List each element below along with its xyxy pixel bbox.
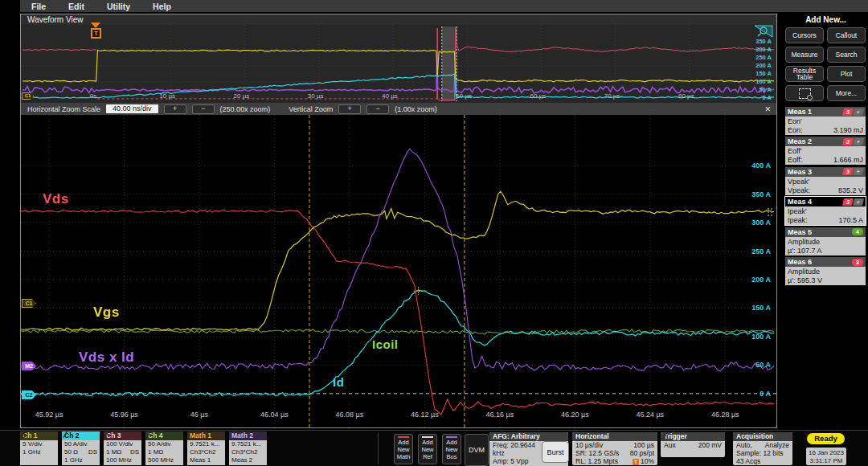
meas-line2: Eon:3.190 mJ bbox=[788, 126, 863, 135]
h-zoom-minus-button[interactable]: − bbox=[192, 104, 215, 114]
add-new-title: Add New... bbox=[784, 15, 868, 24]
h-zoom-plus-button[interactable]: + bbox=[164, 104, 186, 114]
meas-header: Meas 23+ bbox=[785, 137, 866, 146]
channel-badge-ch4[interactable]: Ch 450 A/div1 MΩ500 MHz bbox=[145, 431, 183, 465]
menu-edit[interactable]: Edit bbox=[68, 2, 84, 11]
channel-badge-row: 50 ΩDS bbox=[64, 448, 97, 456]
y-axis-tick: 0 A bbox=[739, 390, 771, 398]
divider bbox=[378, 433, 379, 464]
meas-name: Meas 6 bbox=[788, 258, 812, 266]
bottom-settings-bar: Ch 15 V/div1 GHzCh 250 A/div50 ΩDS1 GHzC… bbox=[0, 430, 868, 466]
v-zoom-plus-button[interactable]: + bbox=[338, 104, 361, 114]
trigger-panel[interactable]: TriggerAux 200 mV bbox=[661, 432, 725, 457]
meas-source-badge: 3+ bbox=[843, 138, 863, 145]
x-axis-tick: 46.04 µs bbox=[252, 411, 297, 419]
acq-right: Analyze bbox=[765, 441, 789, 449]
overview-plot[interactable]: 0s10 µs20 µs30 µs40 µs50 µs60 µs70 µs80 … bbox=[21, 25, 776, 103]
add-icon[interactable]: + bbox=[853, 168, 864, 175]
v-zoom-minus-button[interactable]: − bbox=[366, 104, 389, 114]
acquisition-sample: Sample: 12 bits bbox=[733, 449, 792, 457]
add-icon[interactable]: + bbox=[853, 108, 864, 116]
channel-setting: 100 V/div bbox=[106, 440, 133, 448]
rising-edge-icon bbox=[661, 432, 670, 440]
channel-badge-ch3[interactable]: Ch 3100 V/div1 MΩDS100 MHz bbox=[104, 431, 141, 465]
meas-line1: Amplitude bbox=[788, 267, 863, 276]
meas-card-4[interactable]: Meas 43+Ipeak'Ipeak:170.5 A bbox=[785, 197, 866, 225]
channel-badge-math1[interactable]: Math 19.7521 k...Ch3*Ch2Meas 1 bbox=[187, 431, 225, 465]
x-axis-tick: 40 µs bbox=[371, 92, 409, 100]
datetime-display: 16 Jan 2023 3:31:17 PM bbox=[806, 448, 846, 465]
dvm-button[interactable]: DVM bbox=[465, 434, 489, 466]
meas-body: Amplitudeµ': 107.7 A bbox=[785, 237, 866, 255]
channel-badge-math2[interactable]: Math 29.7521 k...Ch3*Ch2Meas 2 bbox=[229, 431, 267, 465]
search-button[interactable]: Search bbox=[827, 47, 866, 63]
zoom-select-button[interactable] bbox=[785, 85, 824, 101]
meas-card-2[interactable]: Meas 23+Eoff'Eoff:1.666 mJ bbox=[785, 137, 866, 165]
horizontal-panel[interactable]: Horizontal10 µs/div100 µsSR: 12.5 GS/s80… bbox=[572, 432, 657, 465]
measure-button[interactable]: Measure bbox=[785, 47, 824, 63]
acquisition-status-badge: Ready bbox=[807, 433, 845, 444]
close-zoom-icon[interactable]: × bbox=[764, 103, 771, 115]
meas-card-5[interactable]: Meas 54Amplitudeµ': 107.7 A bbox=[785, 227, 866, 255]
acquisition-panel[interactable]: AcquisitionAuto,AnalyzeSample: 12 bits43… bbox=[733, 432, 792, 465]
h-left: RL: 1.25 Mpts bbox=[575, 457, 618, 465]
trace-label-vds: Vds bbox=[43, 191, 69, 207]
channel-badge-row: Meas 1 bbox=[190, 456, 223, 464]
panel-drag-handle[interactable] bbox=[768, 208, 772, 216]
trigger-position-icon[interactable] bbox=[91, 22, 100, 28]
channel-setting: 500 MHz bbox=[148, 456, 174, 464]
plot-button[interactable]: Plot bbox=[827, 66, 866, 82]
x-axis-tick: 0s bbox=[74, 92, 113, 100]
waveform-view-title: Waveform View bbox=[21, 14, 776, 25]
add-new-math-button[interactable]: AddNewMath bbox=[394, 434, 413, 464]
acquisition-panel-header: Acquisition bbox=[733, 432, 792, 441]
trigger-position-icon: T bbox=[633, 459, 639, 465]
callout-button[interactable]: Callout bbox=[827, 27, 866, 43]
more--button[interactable]: More... bbox=[827, 85, 866, 101]
meas-name: Meas 1 bbox=[788, 108, 812, 116]
h-zoom-scale-input[interactable]: 40.00 ns/div bbox=[106, 104, 158, 113]
meas-line1: Eoff' bbox=[788, 146, 863, 156]
meas-value: 3.190 mJ bbox=[833, 126, 863, 135]
meas-source-badge: 3+ bbox=[843, 108, 863, 116]
zoomed-waveform-plot[interactable]: 45.92 µs45.96 µs46 µs46.04 µs46.08 µs46.… bbox=[21, 115, 776, 427]
cursors-button[interactable]: Cursors bbox=[785, 27, 824, 43]
menu-file[interactable]: File bbox=[31, 2, 46, 11]
meas-name: Meas 5 bbox=[788, 228, 812, 236]
trigger-marker[interactable]: T bbox=[91, 28, 101, 39]
add-icon[interactable]: + bbox=[853, 138, 864, 145]
meas-header: Meas 43+ bbox=[785, 197, 866, 206]
meas-header: Meas 33+ bbox=[785, 167, 866, 177]
acquisition-count: 43 Acqs bbox=[733, 457, 792, 465]
trigger-panel-header: Trigger bbox=[661, 432, 725, 441]
meas-value-label: Eon: bbox=[788, 126, 803, 135]
channel-badge-row: 50 A/div bbox=[148, 440, 181, 448]
meas-card-1[interactable]: Meas 13+Eon'Eon:3.190 mJ bbox=[785, 107, 866, 135]
channel-badge-row: Ch3*Ch2 bbox=[190, 448, 223, 456]
h-right: 100 µs bbox=[633, 441, 654, 449]
meas-name: Meas 2 bbox=[788, 137, 812, 145]
menu-utility[interactable]: Utility bbox=[107, 2, 130, 11]
menu-help[interactable]: Help bbox=[153, 2, 171, 11]
trace-vds-pre bbox=[23, 49, 96, 51]
channel-badge-body: 50 A/div50 ΩDS1 GHz bbox=[62, 440, 100, 465]
meas-card-3[interactable]: Meas 33+Vpeak'Vpeak:835.2 V bbox=[785, 167, 866, 195]
channel-badge-ch2[interactable]: Ch 250 A/div50 ΩDS1 GHz bbox=[62, 431, 100, 465]
afg-panel-header: AFG: Arbitrary bbox=[489, 432, 568, 441]
meas-source-badge: 3+ bbox=[843, 168, 863, 175]
burst-button[interactable]: Burst bbox=[542, 441, 569, 463]
x-axis-tick: 70 µs bbox=[593, 92, 632, 100]
acquisition-mode: Auto,Analyze bbox=[733, 441, 792, 449]
overview-magnifier-icon[interactable] bbox=[749, 25, 773, 39]
results-table-button[interactable]: Results Table bbox=[785, 66, 824, 82]
add-icon[interactable]: + bbox=[853, 198, 864, 206]
x-axis-tick: 20 µs bbox=[222, 92, 260, 100]
meas-value: 1.666 mJ bbox=[833, 156, 863, 165]
overview-chart bbox=[21, 25, 776, 103]
x-axis-tick: 50 µs bbox=[444, 92, 483, 100]
meas-card-6[interactable]: Meas 63Amplitudeµ': 595.3 V bbox=[785, 257, 866, 285]
add-new-bus-button[interactable]: AddNewBus bbox=[442, 434, 461, 464]
channel-badge-ch1[interactable]: Ch 15 V/div1 GHz bbox=[20, 431, 58, 465]
meas-source-badge: 3 bbox=[852, 259, 863, 266]
add-new-ref-button[interactable]: AddNewRef bbox=[418, 434, 437, 464]
